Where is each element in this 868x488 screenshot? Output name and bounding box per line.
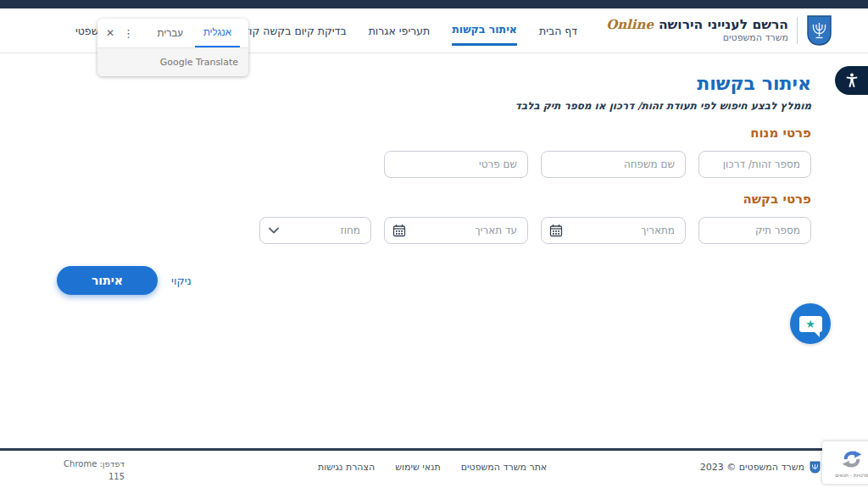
footer-link-ministry-site[interactable]: אתר משרד המשפטים <box>461 462 547 473</box>
close-icon[interactable]: ✕ <box>106 27 114 39</box>
ministry-emblem-icon <box>810 461 821 474</box>
nav-item-locate-requests[interactable]: איתור בקשות <box>452 23 517 46</box>
translate-tab-english[interactable]: אנגלית <box>195 19 240 47</box>
google-translate-popup: ✕ ⋮ עברית אנגלית Google Translate <box>97 19 248 76</box>
first-name-input[interactable] <box>384 151 528 178</box>
footer-links: אתר משרד המשפטים תנאי שימוש הצהרת נגישות <box>318 462 547 473</box>
form-actions: ניקוי איתור <box>57 266 811 295</box>
last-name-input[interactable] <box>541 151 686 178</box>
version-info: דפדפן: Chrome 115 מספר גירסה: 5.0.9.0 <box>47 458 125 488</box>
section-title-deceased: פרטי מנוח <box>57 125 811 141</box>
browser-info: דפדפן: Chrome 115 <box>47 458 125 483</box>
translate-tab-hebrew[interactable]: עברית <box>148 19 191 47</box>
district-select-placeholder: מחוז <box>341 225 360 236</box>
search-button[interactable]: איתור <box>57 266 158 295</box>
main-content: איתור בקשות מומלץ לבצע חיפוש לפי תעודת ז… <box>57 68 811 295</box>
recaptcha-icon <box>841 448 863 470</box>
kebab-menu-icon[interactable]: ⋮ <box>123 27 133 40</box>
site-title: הרשם לענייני הירושה <box>659 18 788 33</box>
logo-divider <box>797 17 798 44</box>
footer-link-terms[interactable]: תנאי שימוש <box>395 462 440 473</box>
deceased-fields-row <box>57 151 811 178</box>
site-footer: דפדפן: Chrome 115 מספר גירסה: 5.0.9.0 את… <box>0 448 868 488</box>
nav-item-home[interactable]: דף הבית <box>539 25 577 45</box>
nav-item-fee-rates[interactable]: תעריפי אגרות <box>369 25 431 45</box>
israel-emblem-icon <box>806 14 832 47</box>
site-logo[interactable]: הרשם לענייני הירושה Online משרד המשפטים <box>606 14 832 47</box>
from-date-input[interactable] <box>541 217 686 244</box>
recaptcha-badge[interactable]: פרטיות - תנאים <box>822 441 868 484</box>
google-translate-brand: Google Translate <box>97 47 248 76</box>
copyright-text: משרד המשפטים © 2023 <box>700 462 804 473</box>
id-passport-input[interactable] <box>698 151 811 178</box>
translate-top-bar <box>0 0 868 8</box>
footer-copyright: משרד המשפטים © 2023 <box>700 461 821 474</box>
speech-bubble-icon: ★ <box>799 316 822 332</box>
footer-link-accessibility-statement[interactable]: הצהרת נגישות <box>318 462 375 473</box>
page-subtitle: מומלץ לבצע חיפוש לפי תעודת זהות/ דרכון א… <box>57 100 811 112</box>
version-number: מספר גירסה: 5.0.9.0 <box>47 483 125 488</box>
star-icon: ★ <box>805 319 815 330</box>
site-subtitle: משרד המשפטים <box>606 33 788 44</box>
request-fields-row: מחוז <box>57 217 811 244</box>
recaptcha-label: פרטיות - תנאים <box>835 472 868 478</box>
feedback-widget-button[interactable]: ★ <box>790 303 831 344</box>
section-title-request: פרטי בקשה <box>57 191 811 207</box>
accessibility-button[interactable] <box>835 66 868 95</box>
clear-link[interactable]: ניקוי <box>171 274 192 287</box>
accessibility-icon <box>843 72 860 89</box>
case-number-input[interactable] <box>698 217 811 244</box>
to-date-input[interactable] <box>384 217 528 244</box>
district-select[interactable]: מחוז <box>259 217 371 244</box>
site-title-online: Online <box>606 18 654 32</box>
